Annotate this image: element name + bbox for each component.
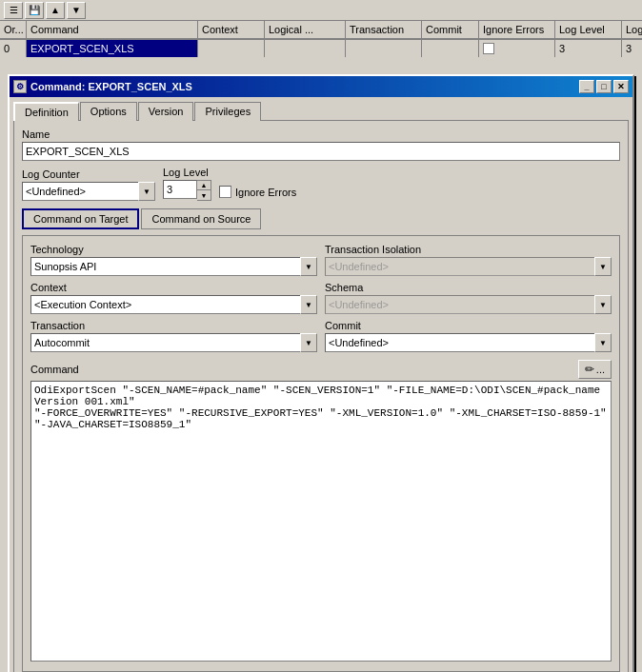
title-left: ⚙ Command: EXPORT_SCEN_XLS	[13, 80, 192, 93]
table-row: 0EXPORT_SCEN_XLS33	[0, 40, 642, 57]
transaction-isolation-dropdown-arrow[interactable]: ▼	[594, 257, 612, 276]
tab-options[interactable]: Options	[80, 102, 137, 121]
log-level-spinner: ▲ ▼	[163, 180, 211, 201]
table-header-cell-7: Log Level	[555, 21, 622, 39]
table-header-cell-8: Log Counter	[622, 21, 642, 39]
table-header-cell-2: Context	[198, 21, 265, 39]
table-header-cell-6: Ignore Errors	[479, 21, 555, 39]
command-header: Command ✏ ...	[30, 360, 612, 379]
minimize-button[interactable]: _	[579, 80, 594, 93]
table-cell-7: 3	[555, 40, 622, 57]
commit-select-container: <Undefined> ▼	[325, 333, 612, 352]
spinner-up-button[interactable]: ▲	[197, 181, 211, 190]
spinner-buttons: ▲ ▼	[197, 180, 211, 201]
ignore-errors-row-checkbox[interactable]	[483, 43, 494, 54]
transaction-dropdown-arrow[interactable]: ▼	[300, 333, 317, 352]
toolbar-btn-up[interactable]: ▲	[46, 2, 65, 19]
pencil-icon: ✏	[585, 363, 594, 376]
technology-dropdown-arrow[interactable]: ▼	[300, 257, 317, 276]
dialog-titlebar: ⚙ Command: EXPORT_SCEN_XLS _ □ ✕	[10, 76, 632, 97]
command-textarea[interactable]	[30, 381, 612, 662]
maximize-button[interactable]: □	[596, 80, 612, 93]
log-counter-select-container: <Undefined> ▼	[22, 182, 155, 201]
technology-select[interactable]: Sunopsis API	[30, 257, 317, 276]
table-cell-1[interactable]: EXPORT_SCEN_XLS	[27, 40, 198, 57]
schema-select-container: <Undefined> ▼	[325, 295, 612, 314]
command-label: Command	[30, 364, 79, 375]
ignore-errors-label: Ignore Errors	[219, 186, 296, 198]
tab-bar: DefinitionOptionsVersionPrivileges	[10, 97, 632, 120]
table-cell-5	[422, 40, 479, 57]
ignore-errors-group: Ignore Errors	[219, 186, 296, 198]
table-cell-0[interactable]: 0	[0, 40, 27, 57]
table-cell-4	[346, 40, 422, 57]
table-header-cell-4: Transaction	[346, 21, 422, 39]
toolbar-btn-save[interactable]: 💾	[25, 2, 44, 19]
context-label: Context	[30, 282, 317, 293]
title-buttons: _ □ ✕	[579, 80, 629, 93]
transaction-isolation-select-container: <Undefined> ▼	[325, 257, 612, 276]
technology-group: Technology Sunopsis API ▼	[30, 244, 317, 276]
toolbar-btn-menu[interactable]: ☰	[4, 2, 23, 19]
dialog: ⚙ Command: EXPORT_SCEN_XLS _ □ ✕ Definit…	[8, 74, 634, 672]
log-level-input[interactable]	[163, 180, 197, 199]
commit-dropdown-arrow[interactable]: ▼	[594, 333, 612, 352]
transaction-isolation-group: Transaction Isolation <Undefined> ▼	[325, 244, 612, 276]
log-counter-select[interactable]: <Undefined>	[22, 182, 155, 201]
right-column: Transaction Isolation <Undefined> ▼ Sche…	[325, 244, 612, 352]
schema-label: Schema	[325, 282, 612, 293]
schema-group: Schema <Undefined> ▼	[325, 282, 612, 314]
close-button[interactable]: ✕	[613, 80, 629, 93]
toolbar: ☰ 💾 ▲ ▼	[0, 0, 642, 21]
log-counter-dropdown-arrow[interactable]: ▼	[138, 182, 155, 201]
tab-privileges[interactable]: Privileges	[194, 102, 261, 121]
transaction-group: Transaction Autocommit ▼	[30, 320, 317, 352]
table-cell-6	[479, 40, 555, 57]
log-counter-group: Log Counter <Undefined> ▼	[22, 168, 155, 201]
transaction-isolation-select: <Undefined>	[325, 257, 612, 276]
two-col-grid: Technology Sunopsis API ▼ Context <E	[30, 244, 612, 352]
context-group: Context <Execution Context> ▼	[30, 282, 317, 314]
table-header-cell-0: Or...	[0, 21, 27, 39]
context-dropdown-arrow[interactable]: ▼	[300, 295, 317, 314]
name-label: Name	[22, 128, 620, 140]
schema-dropdown-arrow[interactable]: ▼	[594, 295, 612, 314]
tab-definition[interactable]: Definition	[13, 102, 79, 121]
log-level-group: Log Level ▲ ▼	[163, 167, 211, 201]
tab-content: Name Log Counter <Undefined> ▼ Log Level	[13, 120, 629, 672]
table-header-cell-5: Commit	[422, 21, 479, 39]
tab-version[interactable]: Version	[138, 102, 194, 121]
commit-select[interactable]: <Undefined>	[325, 333, 612, 352]
transaction-select[interactable]: Autocommit	[30, 333, 317, 352]
context-select[interactable]: <Execution Context>	[30, 295, 317, 314]
table-cell-2	[198, 40, 265, 57]
edit-btn-dots: ...	[596, 364, 605, 375]
left-column: Technology Sunopsis API ▼ Context <E	[30, 244, 317, 352]
toolbar-btn-down[interactable]: ▼	[67, 2, 86, 19]
dialog-title: Command: EXPORT_SCEN_XLS	[30, 81, 192, 92]
table-header: Or...CommandContextLogical ...Transactio…	[0, 21, 642, 40]
command-tab-buttons: Command on Target Command on Source	[22, 208, 620, 229]
edit-button[interactable]: ✏ ...	[578, 360, 612, 379]
ignore-errors-checkbox[interactable]	[219, 186, 231, 198]
commit-label: Commit	[325, 320, 612, 331]
table-cell-8: 3	[622, 40, 642, 57]
section-panel: Technology Sunopsis API ▼ Context <E	[22, 235, 620, 672]
table-header-cell-3: Logical ...	[265, 21, 346, 39]
context-select-container: <Execution Context> ▼	[30, 295, 317, 314]
table-header-cell-1: Command	[27, 21, 198, 39]
schema-select: <Undefined>	[325, 295, 612, 314]
table-cell-3	[265, 40, 346, 57]
spinner-down-button[interactable]: ▼	[197, 190, 211, 200]
command-on-source-button[interactable]: Command on Source	[141, 208, 261, 229]
transaction-label: Transaction	[30, 320, 317, 331]
log-level-label: Log Level	[163, 167, 211, 178]
log-row: Log Counter <Undefined> ▼ Log Level ▲ ▼	[22, 167, 620, 201]
command-on-target-button[interactable]: Command on Target	[22, 208, 139, 229]
dialog-title-icon: ⚙	[13, 80, 27, 93]
technology-select-container: Sunopsis API ▼	[30, 257, 317, 276]
transaction-select-container: Autocommit ▼	[30, 333, 317, 352]
log-counter-label: Log Counter	[22, 168, 155, 180]
name-input[interactable]	[22, 142, 620, 161]
name-field-group: Name	[22, 128, 620, 161]
